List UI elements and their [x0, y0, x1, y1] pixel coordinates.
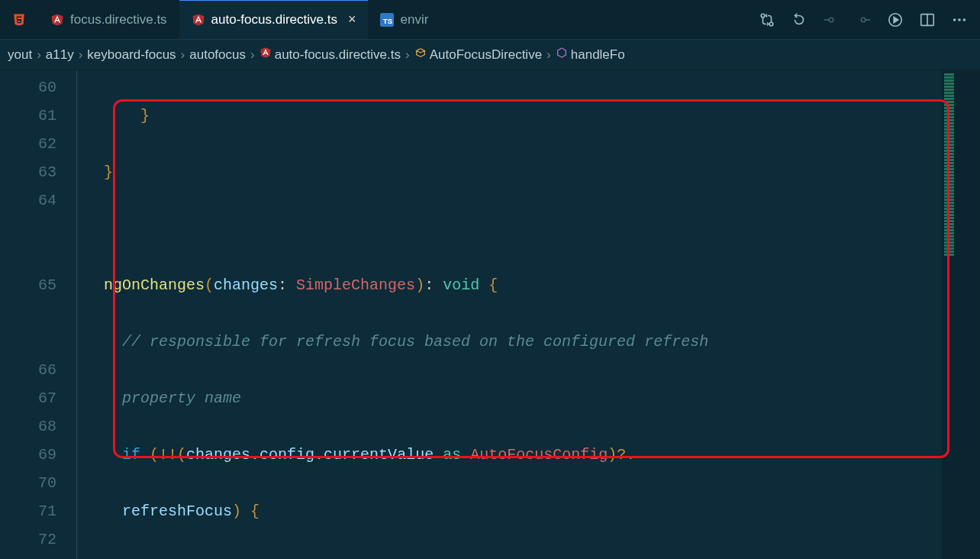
- chevron-right-icon: ›: [37, 47, 41, 63]
- minimap[interactable]: [942, 70, 980, 559]
- line-gutter: 60616263 6465 66676869 70717273: [0, 70, 76, 559]
- crumb-yout[interactable]: yout: [8, 47, 32, 63]
- class-icon: [414, 47, 427, 59]
- method-icon: [556, 47, 568, 59]
- tab-html[interactable]: [0, 0, 38, 39]
- tab-label: focus.directive.ts: [70, 12, 167, 27]
- revert-icon[interactable]: [791, 11, 808, 28]
- tab-label: auto-focus.directive.ts: [211, 12, 337, 27]
- crumb-file[interactable]: auto-focus.directive.ts: [260, 47, 401, 63]
- tab-envir[interactable]: TS envir: [368, 0, 440, 39]
- chevron-right-icon: ›: [250, 47, 255, 63]
- svg-text:TS: TS: [383, 16, 393, 24]
- angular-icon: [192, 13, 205, 27]
- svg-point-2: [761, 14, 765, 18]
- code-area[interactable]: } } ngOnChanges(changes: SimpleChanges):…: [76, 70, 942, 559]
- run-file-icon[interactable]: [887, 11, 904, 28]
- prev-change-icon[interactable]: [823, 11, 840, 28]
- svg-point-4: [829, 18, 833, 22]
- crumb-method[interactable]: handleFo: [556, 47, 625, 63]
- html5-icon: [12, 13, 26, 27]
- chevron-right-icon: ›: [79, 47, 83, 63]
- git-compare-icon[interactable]: [759, 11, 775, 28]
- crumb-autofocus[interactable]: autofocus: [189, 47, 246, 63]
- tab-focus-directive[interactable]: focus.directive.ts: [38, 0, 179, 39]
- tab-bar: focus.directive.ts auto-focus.directive.…: [0, 0, 980, 40]
- crumb-class[interactable]: AutoFocusDirective: [414, 47, 542, 63]
- svg-point-3: [769, 22, 773, 26]
- angular-icon: [50, 13, 64, 27]
- ts-icon: TS: [380, 13, 394, 27]
- angular-icon: [260, 47, 272, 59]
- close-icon[interactable]: ×: [348, 11, 356, 27]
- svg-point-12: [958, 18, 961, 21]
- crumb-keyboard-focus[interactable]: keyboard-focus: [87, 47, 176, 63]
- tab-auto-focus-directive[interactable]: auto-focus.directive.ts ×: [179, 0, 369, 39]
- breadcrumb: yout › a11y › keyboard-focus › autofocus…: [0, 40, 980, 70]
- svg-point-11: [953, 18, 956, 21]
- code-editor[interactable]: 60616263 6465 66676869 70717273 } } ngOn…: [0, 70, 980, 559]
- svg-point-6: [861, 18, 866, 22]
- chevron-right-icon: ›: [181, 47, 185, 63]
- editor-toolbar: [759, 11, 980, 28]
- chevron-right-icon: ›: [405, 47, 410, 63]
- crumb-a11y[interactable]: a11y: [46, 47, 74, 63]
- tab-label: envir: [400, 12, 428, 27]
- chevron-right-icon: ›: [546, 47, 551, 63]
- next-change-icon[interactable]: [855, 11, 872, 28]
- more-actions-icon[interactable]: [951, 11, 968, 28]
- split-editor-icon[interactable]: [919, 11, 936, 28]
- svg-point-13: [963, 18, 966, 21]
